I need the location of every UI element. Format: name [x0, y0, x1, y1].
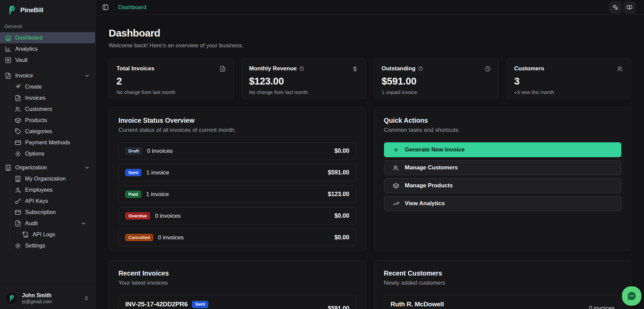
sidebar-item[interactable]: Audit [10, 218, 86, 229]
content-column: Dashboard Dashboard Welcome back! Here's… [95, 0, 644, 309]
sidebar-item-row: Organization [5, 162, 90, 173]
coins-icon [613, 4, 619, 10]
sidebar-item-label: Payment Methods [25, 139, 70, 146]
topbar-divider [113, 4, 114, 10]
panel-subtitle: Newly added customers [384, 280, 622, 286]
panel-title: Invoice Status Overview [119, 117, 356, 124]
sidebar-item[interactable]: Settings [10, 240, 86, 251]
message-circle-icon [626, 290, 638, 302]
quick-action-label: Manage Customers [405, 164, 458, 171]
user-menu-button[interactable]: John Smith js@gmail.com [0, 288, 95, 309]
sidebar-item[interactable]: Subscription [10, 207, 86, 218]
sidebar-item[interactable]: Customers [10, 103, 86, 115]
sidebar-item-label: Vault [15, 57, 27, 63]
sidebar-item[interactable]: Categories [10, 126, 86, 137]
customer-invoice-count: 0 invoices [589, 305, 615, 309]
topbar-action-button[interactable] [610, 2, 621, 13]
chat-fab-button[interactable] [622, 286, 641, 306]
quick-action-button[interactable]: Generate New Invoice [384, 142, 622, 157]
brand[interactable]: PineBill [0, 0, 95, 19]
sidebar-item[interactable]: Dashboard [0, 32, 95, 43]
chart-column-icon [5, 46, 12, 52]
file-text-icon [219, 66, 226, 72]
topbar-actions [610, 2, 635, 13]
status-amount: $0.00 [335, 234, 349, 241]
topbar: Dashboard [95, 0, 644, 15]
sidebar-item[interactable]: Organization [0, 162, 95, 173]
sidebar-item[interactable]: My Organization [10, 173, 86, 184]
quick-action-button[interactable]: View Analytics [384, 196, 622, 211]
gear-icon [15, 150, 21, 157]
stat-card-value: 2 [116, 76, 226, 87]
sidebar-item[interactable]: Invoice [0, 70, 95, 81]
sidebar-item[interactable]: Payment Methods [10, 137, 86, 148]
page-title: Dashboard [109, 27, 631, 40]
stat-card-note: +3 new this month [514, 90, 624, 95]
sidebar-item-label: Options [25, 150, 44, 157]
house-icon [5, 34, 12, 41]
package-icon [393, 183, 399, 189]
panel-left-icon [102, 4, 109, 10]
sidebar-item[interactable]: Products [10, 115, 86, 126]
sidebar-item[interactable]: API Keys [10, 195, 86, 207]
status-badge: Sent [192, 301, 208, 308]
vault-icon [5, 57, 12, 64]
status-amount: $0.00 [335, 147, 349, 154]
user-meta: John Smith js@gmail.com [22, 292, 52, 304]
user-email: js@gmail.com [22, 299, 52, 304]
sidebar-item[interactable]: Vault [0, 54, 95, 66]
topbar-action-button[interactable] [624, 2, 635, 13]
trending-up-icon [393, 200, 399, 207]
breadcrumb[interactable]: Dashboard [118, 4, 146, 11]
chevron-down-icon [84, 73, 90, 78]
sidebar-item-label: Invoice [15, 72, 33, 79]
recent-invoice-row[interactable]: INV-25-17-42DD2PR6 Sent Jennifer P. Wolf… [119, 295, 356, 309]
quick-action-button[interactable]: Manage Products [384, 178, 622, 193]
stat-card-label: Monthly Revenue [249, 65, 297, 72]
sidebar-item[interactable]: Options [10, 148, 86, 159]
sidebar-item[interactable]: Invoices [10, 92, 86, 103]
sidebar: PineBill General Dashboard Analytics [0, 0, 95, 309]
stat-card-note: 1 unpaid invoice [382, 90, 491, 95]
stat-card: Monthly Revenue $123.00 No change from l… [241, 58, 366, 99]
package-icon [15, 117, 21, 124]
recent-customers-panel: Recent Customers Newly added customers R… [374, 260, 631, 309]
sidebar-item[interactable]: Employees [10, 184, 86, 195]
sidebar-item[interactable]: API Logs [10, 229, 86, 240]
key-icon [15, 198, 21, 205]
sidebar-item[interactable]: Analytics [0, 43, 95, 54]
credit-card-icon [15, 209, 21, 216]
sidebar-item-label: Dashboard [15, 34, 43, 41]
panel-subtitle: Common tasks and shortcuts [384, 127, 622, 134]
stat-card-header: Outstanding [382, 65, 491, 72]
sidebar-nav: General Dashboard Analytics [0, 19, 95, 288]
sidebar-item-label: Analytics [15, 46, 38, 52]
sidebar-item[interactable]: Create [10, 81, 86, 92]
stat-card-value: $591.00 [382, 76, 491, 87]
sidebar-item-label: My Organization [25, 175, 66, 182]
sidebar-item-row: Invoices [15, 92, 86, 103]
avatar [5, 291, 18, 305]
quick-action-button[interactable]: Manage Customers [384, 160, 622, 175]
sidebar-item-row: My Organization [15, 173, 86, 184]
status-count: 0 invoices [147, 148, 173, 154]
panel-title: Recent Customers [384, 269, 622, 277]
stat-card-note: No change from last month [116, 90, 226, 95]
circle-help-icon [299, 66, 304, 71]
quick-action-label: Manage Products [405, 182, 453, 189]
invoice-status-row: Overdue 0 invoices $0.00 [119, 207, 356, 224]
sidebar-toggle-button[interactable] [100, 2, 110, 13]
status-count: 1 invoice [146, 191, 169, 198]
stat-card-header: Customers [514, 65, 624, 72]
invoice-status-row: Sent 1 invoice $591.00 [119, 164, 356, 181]
quick-action-label: Generate New Invoice [405, 146, 465, 153]
users-icon [393, 165, 399, 171]
sidebar-item-label: Customers [25, 106, 52, 112]
sidebar-item-label: Products [25, 117, 47, 123]
panel-title: Quick Actions [384, 117, 622, 124]
users-icon [617, 66, 623, 72]
invoice-number: INV-25-17-42DD2PR6 [125, 301, 188, 308]
recent-customer-row[interactable]: Ruth R. McDowell RuthRMcDowell@rhyta.com… [384, 295, 622, 309]
stat-card-label: Total Invoices [116, 65, 154, 72]
sparkles-icon [15, 84, 21, 90]
